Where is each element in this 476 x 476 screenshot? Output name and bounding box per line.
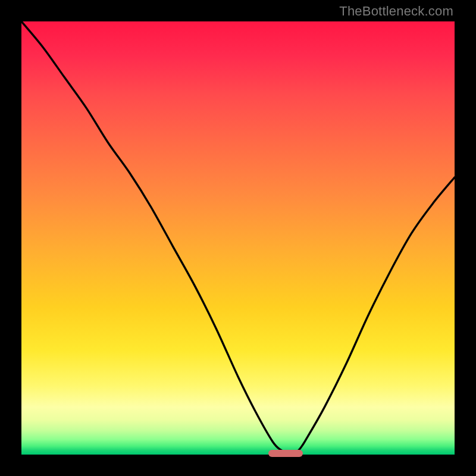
- plot-area: [21, 21, 455, 455]
- chart-container: TheBottleneck.com: [0, 0, 476, 476]
- bottleneck-curve: [21, 21, 455, 455]
- optimal-range-marker: [268, 450, 303, 457]
- watermark-label: TheBottleneck.com: [339, 4, 453, 19]
